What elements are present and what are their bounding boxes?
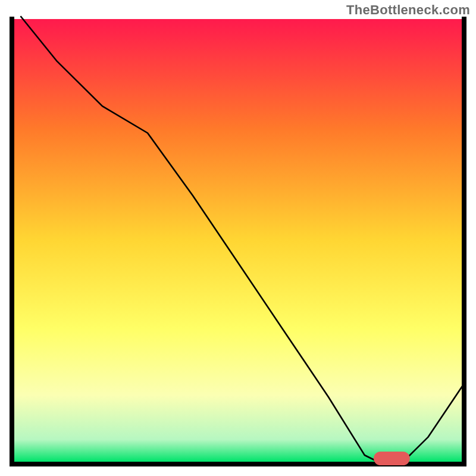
bottleneck-chart: [0, 0, 476, 476]
chart-container: TheBottleneck.com: [0, 0, 476, 476]
marker-optimal-zone: [374, 452, 410, 465]
watermark-text: TheBottleneck.com: [346, 2, 470, 18]
